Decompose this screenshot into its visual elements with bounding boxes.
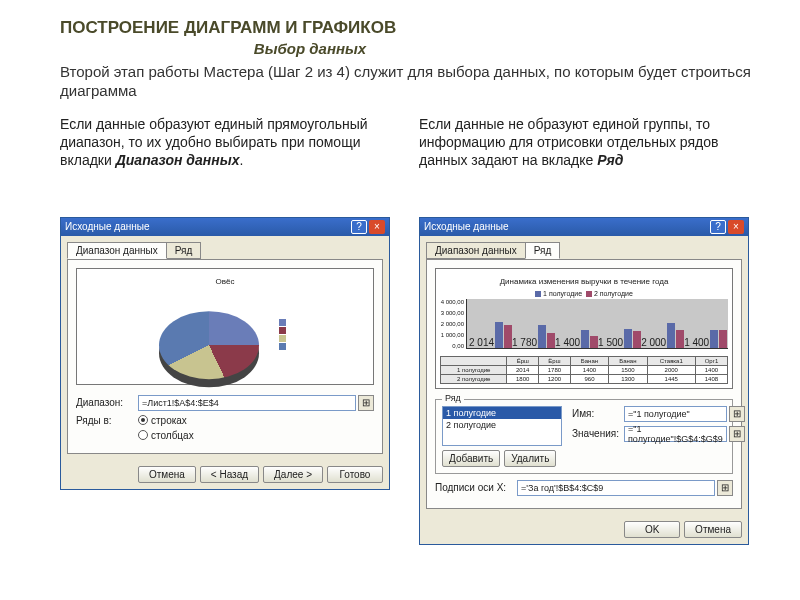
tab-range[interactable]: Диапазон данных	[426, 242, 526, 259]
tab-series[interactable]: Ряд	[166, 242, 202, 259]
cancel-button[interactable]: Отмена	[684, 521, 742, 538]
bar-chart-preview: Динамика изменения выручки в течение год…	[435, 268, 733, 389]
help-button[interactable]: ?	[351, 220, 367, 234]
add-button[interactable]: Добавить	[442, 450, 500, 467]
values-ref-button[interactable]: ⊞	[729, 426, 745, 442]
range-input[interactable]: =Лист1!$A$4:$E$4	[138, 395, 356, 411]
pie-title: Овёс	[81, 277, 369, 286]
page-title: ПОСТРОЕНИЕ ДИАГРАММ И ГРАФИКОВ	[60, 18, 760, 38]
pie-legend	[279, 319, 291, 351]
rowsin-label: Ряды в:	[76, 415, 138, 426]
bar-legend: 1 полугодие 2 полугодие	[440, 290, 728, 297]
xaxis-input[interactable]: ='За год'!$B$4:$C$9	[517, 480, 715, 496]
series-group-label: Ряд	[442, 393, 464, 403]
next-button[interactable]: Далее >	[263, 466, 323, 483]
intro-text: Второй этап работы Мастера (Шаг 2 из 4) …	[60, 63, 760, 101]
name-input[interactable]: ="1 полугодие"	[624, 406, 727, 422]
name-ref-button[interactable]: ⊞	[729, 406, 745, 422]
cancel-button[interactable]: Отмена	[138, 466, 196, 483]
dialog-right: Исходные данные ? × Диапазон данных Ряд …	[419, 217, 749, 545]
finish-button[interactable]: Готово	[327, 466, 383, 483]
list-item: 1 полугодие	[443, 407, 561, 419]
close-button[interactable]: ×	[728, 220, 744, 234]
list-item: 2 полугодие	[443, 419, 561, 431]
series-listbox[interactable]: 1 полугодие 2 полугодие	[442, 406, 562, 446]
values-label: Значения:	[572, 428, 624, 439]
pie-chart-preview: Овёс	[76, 268, 374, 385]
radio-rows[interactable]: строках	[138, 415, 187, 426]
radio-cols[interactable]: столбцах	[138, 430, 194, 441]
left-description: Если данные образуют единый прямоугольны…	[60, 115, 401, 207]
dialog-title: Исходные данные	[65, 221, 349, 232]
range-ref-button[interactable]: ⊞	[358, 395, 374, 411]
xaxis-ref-button[interactable]: ⊞	[717, 480, 733, 496]
values-input[interactable]: ="1 полугодие"!$G$4:$G$9	[624, 426, 727, 442]
range-label: Диапазон:	[76, 397, 138, 408]
tab-range[interactable]: Диапазон данных	[67, 242, 167, 259]
delete-button[interactable]: Удалить	[504, 450, 556, 467]
xaxis-label: Подписи оси X:	[435, 482, 517, 493]
help-button[interactable]: ?	[710, 220, 726, 234]
tab-series[interactable]: Ряд	[525, 242, 561, 259]
dialog-titlebar-2[interactable]: Исходные данные ? ×	[420, 218, 748, 236]
bar-title: Динамика изменения выручки в течение год…	[440, 277, 728, 286]
page-subtitle: Выбор данных	[140, 40, 480, 57]
dialog-titlebar[interactable]: Исходные данные ? ×	[61, 218, 389, 236]
name-label: Имя:	[572, 408, 624, 419]
bar-data-table: ЁршЁрш БананБанан Ставка1Орг1 1 полугоди…	[440, 356, 728, 384]
right-description: Если данные не образуют единой группы, т…	[419, 115, 760, 207]
ok-button[interactable]: OK	[624, 521, 680, 538]
back-button[interactable]: < Назад	[200, 466, 259, 483]
dialog-left: Исходные данные ? × Диапазон данных Ряд …	[60, 217, 390, 490]
close-button[interactable]: ×	[369, 220, 385, 234]
